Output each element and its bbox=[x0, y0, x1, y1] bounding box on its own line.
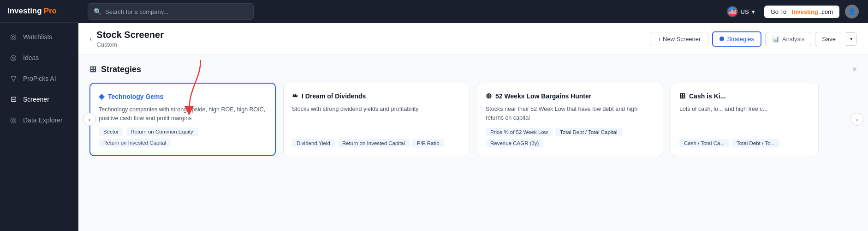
page-title-block: Stock Screener Custom bbox=[96, 30, 164, 48]
tag-roic: Return on Invested Capital bbox=[99, 139, 171, 147]
logo: InvestingPro bbox=[0, 0, 78, 23]
card-tags-52-week: Price % of 52 Week Low Total Debt / Tota… bbox=[486, 128, 654, 147]
avatar[interactable]: 👤 bbox=[845, 5, 859, 18]
card-desc-technology-gems: Technology companies with strong upside,… bbox=[99, 105, 267, 123]
card-title-label: I Dream of Dividends bbox=[302, 92, 366, 100]
tag-debt: Total Debt / Total Capital bbox=[555, 128, 622, 136]
ideas-icon: ◎ bbox=[9, 53, 18, 62]
sidebar-item-label: ProPicks AI bbox=[23, 75, 56, 82]
strategies-section: ⊞ Strategies × ‹ ◈ Technology Gems Techn… bbox=[78, 55, 868, 231]
card-title-cash: ⊞ Cash is Ki... bbox=[679, 91, 810, 100]
tag-pe: P/E Ratio bbox=[412, 139, 444, 147]
save-button[interactable]: Save bbox=[815, 32, 842, 46]
region-selector[interactable]: 🇺🇸 US ▾ bbox=[723, 4, 759, 19]
sidebar-item-label: Screener bbox=[23, 96, 49, 103]
card-tags-technology-gems: Sector Return on Common Equity Return on… bbox=[99, 128, 267, 147]
tag-debt-cash: Total Debt / To... bbox=[732, 139, 779, 147]
tag-roe: Return on Common Equity bbox=[126, 128, 198, 136]
region-label: US bbox=[741, 8, 749, 15]
cards-row: ◈ Technology Gems Technology companies w… bbox=[89, 83, 857, 156]
sidebar-item-propicks[interactable]: ▽ ProPicks AI bbox=[0, 68, 78, 89]
search-bar[interactable]: 🔍 Search for a company... bbox=[88, 3, 254, 20]
new-screener-button[interactable]: + New Screener bbox=[650, 32, 709, 46]
sidebar-nav: ◎ Watchlists ◎ Ideas ▽ ProPicks AI ⊟ Scr… bbox=[0, 23, 78, 231]
propicks-icon: ▽ bbox=[9, 74, 18, 83]
analysis-label: Analysis bbox=[782, 36, 804, 43]
sidebar-item-ideas[interactable]: ◎ Ideas bbox=[0, 47, 78, 68]
tag-revenue-cagr: Revenue CAGR (3y) bbox=[486, 139, 543, 147]
sidebar-item-data-explorer[interactable]: ◎ Data Explorer bbox=[0, 109, 78, 130]
flag-icon: 🇺🇸 bbox=[727, 6, 738, 17]
tag-roic-div: Return on Invested Capital bbox=[338, 139, 410, 147]
technology-gems-icon: ◈ bbox=[99, 92, 104, 101]
close-strategies-button[interactable]: × bbox=[852, 65, 857, 74]
screener-icon: ⊟ bbox=[9, 95, 18, 103]
chart-icon: 📊 bbox=[772, 36, 779, 43]
topbar: 🔍 Search for a company... 🇺🇸 US ▾ Go To … bbox=[78, 0, 868, 23]
sidebar-item-screener[interactable]: ⊟ Screener bbox=[0, 89, 78, 109]
tag-sector: Sector bbox=[99, 128, 123, 136]
card-desc-52-week: Stocks near their 52 Week Low that have … bbox=[486, 105, 654, 123]
logo-pro: Pro bbox=[44, 6, 57, 16]
sidebar: InvestingPro ◎ Watchlists ◎ Ideas ▽ ProP… bbox=[0, 0, 78, 231]
card-title-52-week-low: ⊕ 52 Weeks Low Bargains Hunter bbox=[486, 91, 654, 100]
page-title: Stock Screener bbox=[96, 30, 164, 40]
card-title-label: 52 Weeks Low Bargains Hunter bbox=[495, 92, 591, 100]
search-placeholder: Search for a company... bbox=[105, 8, 168, 15]
strategies-title-label: Strategies bbox=[101, 65, 141, 74]
tag-price-52w: Price % of 52 Week Low bbox=[486, 128, 553, 136]
cards-nav-right[interactable]: › bbox=[850, 113, 863, 126]
go-to-brand: Investing bbox=[792, 8, 818, 15]
back-button[interactable]: ‹ bbox=[89, 35, 92, 43]
strategies-dot bbox=[719, 36, 724, 41]
52-week-icon: ⊕ bbox=[486, 91, 492, 100]
cash-icon: ⊞ bbox=[679, 91, 685, 100]
strategy-card-dividends[interactable]: ❧ I Dream of Dividends Stocks with stron… bbox=[283, 83, 470, 156]
go-to-label: Go To bbox=[771, 8, 786, 15]
card-desc-cash: Lots of cash, lo... and high free c... bbox=[679, 105, 810, 134]
page-header: ‹ Stock Screener Custom + New Screener S… bbox=[78, 23, 868, 55]
data-explorer-icon: ◎ bbox=[9, 116, 18, 124]
strategies-button[interactable]: Strategies bbox=[712, 31, 761, 47]
card-title-dividends: ❧ I Dream of Dividends bbox=[292, 91, 461, 100]
watchlists-icon: ◎ bbox=[9, 32, 18, 41]
page-header-actions: + New Screener Strategies 📊 Analysis Sav… bbox=[650, 31, 857, 47]
sidebar-item-watchlists[interactable]: ◎ Watchlists bbox=[0, 26, 78, 47]
sidebar-item-label: Data Explorer bbox=[23, 116, 63, 124]
topbar-right: 🇺🇸 US ▾ Go To Investing.com 👤 bbox=[723, 4, 859, 19]
card-tags-cash: Cash / Total Ca... Total Debt / To... bbox=[679, 139, 810, 147]
page-header-left: ‹ Stock Screener Custom bbox=[89, 30, 164, 48]
page-subtitle: Custom bbox=[96, 41, 164, 48]
card-desc-dividends: Stocks with strong dividend yields and p… bbox=[292, 105, 461, 134]
region-chevron-icon: ▾ bbox=[752, 8, 755, 15]
cards-overflow: ◈ Technology Gems Technology companies w… bbox=[89, 83, 857, 156]
card-tags-dividends: Dividend Yield Return on Invested Capita… bbox=[292, 139, 461, 147]
go-to-investing-button[interactable]: Go To Investing.com bbox=[764, 6, 839, 18]
strategies-label: Strategies bbox=[727, 36, 754, 43]
main-content: 🔍 Search for a company... 🇺🇸 US ▾ Go To … bbox=[78, 0, 868, 231]
save-dropdown-button[interactable]: ▾ bbox=[846, 32, 857, 46]
strategy-card-cash-is-king[interactable]: ⊞ Cash is Ki... Lots of cash, lo... and … bbox=[671, 83, 819, 156]
go-to-tld: .com bbox=[820, 8, 833, 15]
search-icon: 🔍 bbox=[94, 8, 101, 15]
card-title-technology-gems: ◈ Technology Gems bbox=[99, 92, 267, 101]
strategies-header: ⊞ Strategies × bbox=[89, 64, 857, 74]
card-title-label: Technology Gems bbox=[108, 93, 163, 100]
strategies-title: ⊞ Strategies bbox=[89, 64, 141, 74]
cards-container: ‹ ◈ Technology Gems Technology companies… bbox=[89, 83, 857, 156]
strategy-card-technology-gems[interactable]: ◈ Technology Gems Technology companies w… bbox=[89, 83, 276, 156]
tag-dividend-yield: Dividend Yield bbox=[292, 139, 335, 147]
tag-cash-total: Cash / Total Ca... bbox=[679, 139, 729, 147]
card-title-label: Cash is Ki... bbox=[689, 92, 725, 100]
sidebar-item-label: Watchlists bbox=[23, 33, 52, 41]
strategy-card-52-week-low[interactable]: ⊕ 52 Weeks Low Bargains Hunter Stocks ne… bbox=[477, 83, 663, 156]
cards-nav-left[interactable]: ‹ bbox=[83, 113, 96, 126]
sidebar-item-label: Ideas bbox=[23, 54, 39, 61]
analysis-button[interactable]: 📊 Analysis bbox=[765, 32, 811, 46]
logo-investing: Investing bbox=[7, 6, 42, 16]
dividends-icon: ❧ bbox=[292, 91, 298, 100]
strategies-icon: ⊞ bbox=[89, 64, 96, 74]
